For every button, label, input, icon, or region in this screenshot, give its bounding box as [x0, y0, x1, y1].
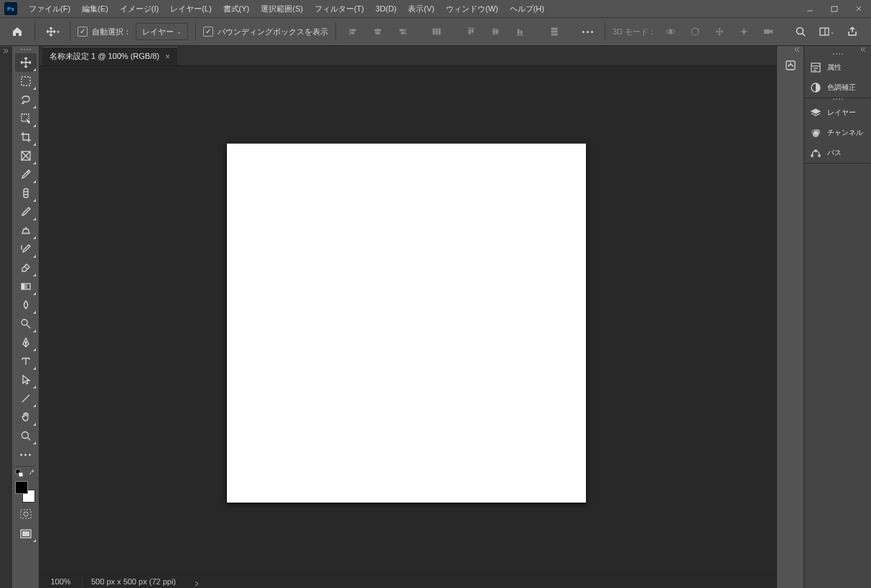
share-button[interactable]	[842, 22, 862, 42]
edit-toolbar-button[interactable]	[15, 445, 37, 464]
3d-roll-icon[interactable]	[685, 22, 705, 42]
align-left-button[interactable]	[343, 22, 363, 42]
zoom-tool[interactable]	[15, 426, 37, 445]
quick-mask-button[interactable]	[15, 505, 37, 523]
auto-select-label: 自動選択：	[92, 27, 131, 37]
svg-line-51	[22, 395, 29, 402]
3d-slide-icon[interactable]	[734, 22, 754, 42]
svg-rect-5	[351, 29, 355, 31]
hand-tool[interactable]	[15, 408, 37, 426]
workspace-switcher-button[interactable]: ⌄	[816, 22, 837, 42]
panel-paths[interactable]: パス	[804, 143, 871, 163]
status-chevron-icon[interactable]	[194, 580, 200, 589]
svg-point-33	[797, 28, 804, 34]
canvas-viewport[interactable]	[39, 66, 776, 574]
auto-select-target-dropdown[interactable]: レイヤー ⌄	[136, 23, 188, 40]
status-dims-text: 500 px x 500 px (72 ppi)	[91, 577, 176, 586]
canvas[interactable]	[227, 144, 586, 503]
clone-stamp-tool[interactable]	[15, 221, 37, 240]
foreground-color-swatch[interactable]	[15, 481, 28, 494]
align-hcenter-button[interactable]	[368, 22, 388, 42]
lasso-tool[interactable]	[15, 90, 37, 109]
svg-point-50	[25, 342, 27, 343]
svg-point-29	[669, 30, 672, 33]
eraser-tool[interactable]	[15, 258, 37, 277]
svg-rect-12	[401, 32, 404, 34]
learn-panel-icon[interactable]	[780, 55, 801, 76]
window-close-button[interactable]	[847, 0, 871, 17]
right-iconbar-1	[776, 46, 804, 588]
move-tool[interactable]	[15, 53, 37, 72]
svg-rect-20	[493, 29, 495, 34]
healing-brush-tool[interactable]	[15, 184, 37, 202]
collapse-left-icon[interactable]	[1, 47, 10, 55]
status-dimensions[interactable]: 500 px x 500 px (72 ppi)	[83, 577, 776, 586]
3d-camera-icon[interactable]	[758, 22, 778, 42]
search-button[interactable]	[791, 22, 811, 42]
show-bounding-box-checkbox[interactable]	[203, 27, 213, 37]
dodge-tool[interactable]	[15, 314, 37, 333]
swap-colors-icon[interactable]	[28, 469, 37, 479]
menu-image[interactable]: イメージ(I)	[114, 1, 164, 17]
menu-3d[interactable]: 3D(D)	[370, 1, 402, 16]
color-swatches[interactable]	[15, 481, 37, 503]
svg-point-68	[813, 131, 819, 137]
gradient-tool[interactable]	[15, 277, 37, 296]
move-tool-indicator-icon[interactable]: ▾	[42, 22, 62, 42]
brush-tool[interactable]	[15, 202, 37, 221]
document-tab[interactable]: 名称未設定 1 @ 100% (RGB/8) ×	[42, 47, 177, 65]
crop-tool[interactable]	[15, 128, 37, 146]
app-logo-icon: Ps	[4, 2, 17, 15]
pen-tool[interactable]	[15, 333, 37, 352]
frame-tool[interactable]	[15, 146, 37, 165]
blur-tool[interactable]	[15, 296, 37, 314]
distribute-v-button[interactable]	[544, 22, 564, 42]
panel-layers[interactable]: レイヤー	[804, 103, 871, 123]
window-maximize-button[interactable]	[822, 0, 847, 17]
menu-select[interactable]: 選択範囲(S)	[255, 1, 309, 17]
screen-mode-button[interactable]	[15, 526, 37, 543]
window-minimize-button[interactable]	[798, 0, 822, 17]
status-zoom[interactable]: 100%	[39, 577, 83, 586]
svg-line-53	[27, 438, 30, 441]
svg-rect-46	[22, 284, 24, 289]
menu-window[interactable]: ウィンドウ(W)	[440, 1, 504, 17]
align-right-button[interactable]	[392, 22, 412, 42]
menu-edit[interactable]: 編集(E)	[76, 1, 114, 17]
quick-select-tool[interactable]	[15, 109, 37, 128]
rect-marquee-tool[interactable]	[15, 72, 37, 90]
path-select-tool[interactable]	[15, 370, 37, 389]
more-options-button[interactable]	[577, 22, 597, 42]
svg-rect-18	[472, 29, 473, 32]
svg-rect-9	[376, 32, 380, 34]
svg-rect-6	[351, 32, 354, 34]
dropdown-value: レイヤー	[142, 27, 174, 37]
panel-channels[interactable]: チャンネル	[804, 123, 871, 143]
menu-layer[interactable]: レイヤー(L)	[164, 1, 217, 17]
panel-adjustments[interactable]: 色調補正	[804, 78, 871, 98]
menu-filter[interactable]: フィルター(T)	[309, 1, 370, 17]
type-tool[interactable]	[15, 352, 37, 370]
menu-view[interactable]: 表示(V)	[402, 1, 440, 17]
align-vcenter-button[interactable]	[485, 22, 506, 42]
home-button[interactable]	[7, 22, 27, 42]
align-bottom-button[interactable]	[510, 22, 530, 42]
3d-orbit-icon[interactable]	[661, 22, 681, 42]
menu-type[interactable]: 書式(Y)	[218, 1, 256, 17]
svg-rect-32	[764, 29, 770, 34]
default-colors-icon[interactable]	[15, 469, 24, 479]
document-area: 名称未設定 1 @ 100% (RGB/8) × 100% 500 px x 5…	[39, 46, 776, 588]
3d-pan-icon[interactable]	[709, 22, 730, 42]
eyedropper-tool[interactable]	[15, 165, 37, 184]
menu-bar: Ps ファイル(F) 編集(E) イメージ(I) レイヤー(L) 書式(Y) 選…	[0, 0, 871, 17]
svg-rect-71	[815, 150, 816, 151]
distribute-h-button[interactable]	[427, 22, 447, 42]
history-brush-tool[interactable]	[15, 240, 37, 258]
auto-select-checkbox[interactable]	[78, 27, 88, 37]
menu-help[interactable]: ヘルプ(H)	[504, 1, 550, 17]
close-tab-icon[interactable]: ×	[165, 52, 170, 62]
line-tool[interactable]	[15, 389, 37, 408]
menu-file[interactable]: ファイル(F)	[23, 1, 76, 17]
panel-properties[interactable]: 属性	[804, 57, 871, 78]
align-top-button[interactable]	[461, 22, 481, 42]
